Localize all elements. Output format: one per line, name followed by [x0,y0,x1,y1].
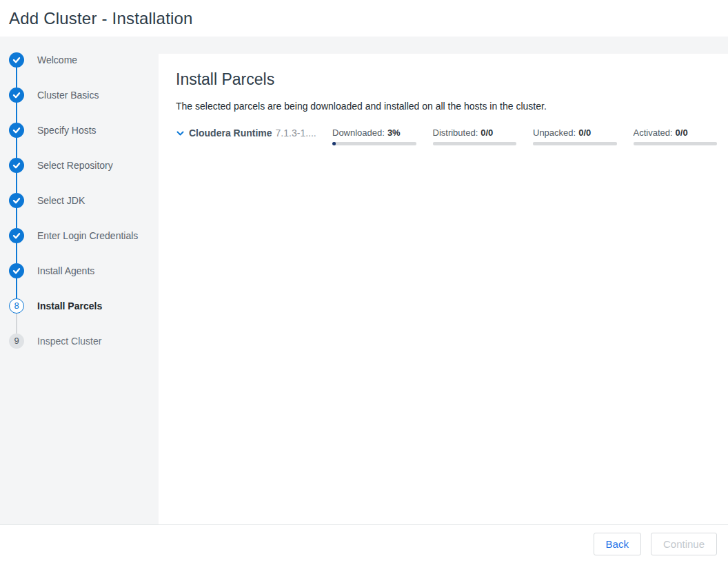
step-label: Select Repository [37,160,113,171]
step-complete-icon [9,88,24,103]
step-complete-icon [9,263,24,278]
sidebar-item-install-agents[interactable]: Install Agents [9,253,159,288]
step-number-badge: 9 [9,334,24,349]
sidebar-item-inspect-cluster: 9 Inspect Cluster [9,323,159,358]
progress-bar [533,142,617,145]
parcel-version: 7.1.3-1.... [276,127,316,139]
step-connector-line [16,102,17,123]
parcel-row: Cloudera Runtime 7.1.3-1.... Downloaded:… [176,127,717,145]
continue-button[interactable]: Continue [651,533,717,555]
step-label: Inspect Cluster [37,336,101,347]
progress-label: Unpacked: [533,127,576,138]
back-button[interactable]: Back [594,533,641,555]
step-complete-icon [9,193,24,208]
wizard-steps-sidebar: Welcome Cluster Basics Specify Hosts [0,37,159,524]
step-connector-line [16,172,17,193]
chevron-down-icon[interactable] [176,129,185,138]
progress-bar [634,142,718,145]
progress-downloaded: Downloaded:3% [332,127,416,145]
step-label: Enter Login Credentials [37,230,138,241]
sidebar-item-select-repository[interactable]: Select Repository [9,147,159,183]
step-complete-icon [9,158,24,173]
progress-value: 0/0 [676,127,688,138]
main-content-area: Install Parcels The selected parcels are… [159,37,728,524]
step-label: Cluster Basics [37,90,99,101]
progress-bar [433,142,517,145]
progress-label: Distributed: [433,127,478,138]
progress-distributed: Distributed:0/0 [433,127,517,145]
sidebar-item-install-parcels[interactable]: 8 Install Parcels [9,288,159,323]
page-title: Add Cluster - Installation [9,9,193,28]
step-label: Install Agents [37,265,94,276]
wizard-body: Welcome Cluster Basics Specify Hosts [0,37,728,525]
progress-bar-fill [332,142,336,145]
page-header: Add Cluster - Installation [0,0,728,37]
add-cluster-wizard: Add Cluster - Installation Welcome Clust… [0,0,728,563]
wizard-footer: Back Continue [0,525,728,563]
sidebar-item-specify-hosts[interactable]: Specify Hosts [9,112,159,147]
step-complete-icon [9,228,24,243]
progress-activated: Activated:0/0 [634,127,718,145]
parcel-name: Cloudera Runtime [189,127,272,139]
step-complete-icon [9,123,24,138]
progress-bar [332,142,416,145]
progress-unpacked: Unpacked:0/0 [533,127,617,145]
step-label: Specify Hosts [37,125,97,136]
step-label: Welcome [37,54,77,65]
step-connector-line [16,313,17,334]
parcel-progress-columns: Downloaded:3% Distributed:0/0 [332,127,717,145]
step-number-badge: 8 [9,298,24,314]
step-label: Install Parcels [37,300,102,311]
progress-label: Downloaded: [332,127,385,138]
step-complete-icon [9,52,24,68]
step-list: Welcome Cluster Basics Specify Hosts [9,42,159,358]
install-parcels-panel: Install Parcels The selected parcels are… [159,54,728,524]
sidebar-item-welcome[interactable]: Welcome [9,42,159,77]
step-connector-line [16,243,17,263]
step-label: Select JDK [37,195,85,206]
sidebar-item-enter-login-credentials[interactable]: Enter Login Credentials [9,218,159,253]
content-description: The selected parcels are being downloade… [176,101,717,112]
parcel-name-block: Cloudera Runtime 7.1.3-1.... [176,127,332,139]
step-connector-line [16,207,17,228]
sidebar-item-cluster-basics[interactable]: Cluster Basics [9,77,159,112]
step-connector-line [16,137,17,158]
progress-value: 3% [387,127,401,138]
step-connector-line [16,278,17,298]
progress-value: 0/0 [481,127,493,138]
step-connector-line [16,67,17,88]
content-heading: Install Parcels [176,70,717,89]
sidebar-item-select-jdk[interactable]: Select JDK [9,183,159,218]
progress-value: 0/0 [578,127,591,138]
progress-label: Activated: [634,127,673,138]
